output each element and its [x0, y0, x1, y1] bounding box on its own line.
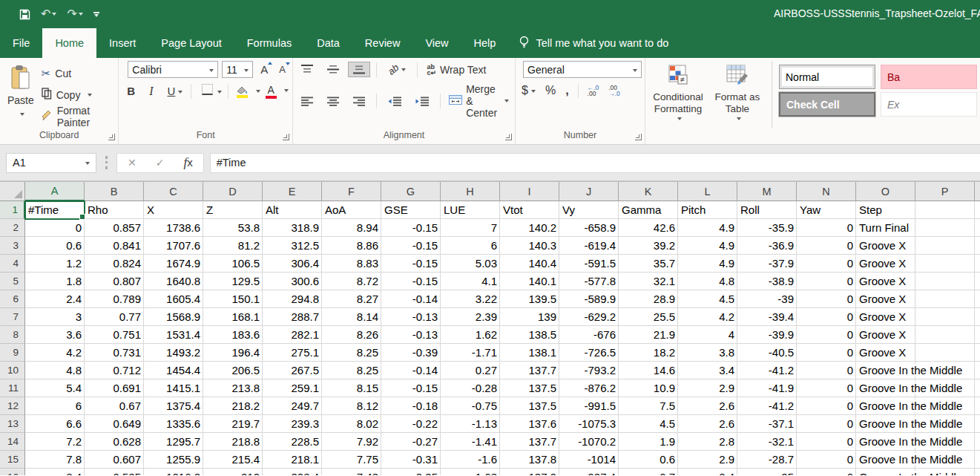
column-header-E[interactable]: E [263, 182, 322, 201]
cell-J15[interactable]: -1014 [559, 451, 619, 469]
cell-D13[interactable]: 219.7 [203, 415, 263, 433]
cell-N11[interactable]: 0 [797, 379, 856, 397]
cell-L7[interactable]: 4.2 [678, 308, 737, 326]
cell-K9[interactable]: 18.2 [619, 344, 678, 362]
cell-E9[interactable]: 275.1 [263, 344, 322, 362]
cell-K11[interactable]: 10.9 [619, 379, 678, 397]
row-header-16[interactable]: 16 [0, 469, 25, 475]
cell-M11[interactable]: -41.9 [737, 379, 797, 397]
cell-P6[interactable] [915, 290, 975, 308]
clipboard-dialog-launcher-icon[interactable] [108, 134, 115, 140]
cell-J9[interactable]: -726.5 [559, 344, 619, 362]
cell-L11[interactable]: 2.9 [678, 379, 737, 397]
cell-P1[interactable] [915, 201, 975, 219]
cell-N7[interactable]: 0 [797, 308, 856, 326]
cell-H3[interactable]: 6 [441, 237, 500, 255]
cell-C16[interactable]: 1216.2 [144, 469, 203, 475]
cell-D3[interactable]: 81.2 [203, 237, 263, 255]
cell-F16[interactable]: 7.43 [322, 469, 381, 475]
column-header-A[interactable]: A [25, 182, 85, 201]
cell-O3[interactable]: Groove X [856, 237, 915, 255]
cell-style-normal[interactable]: Normal [779, 65, 875, 89]
cell-P5[interactable] [915, 273, 975, 290]
middle-align-icon[interactable] [322, 62, 344, 77]
cell-J4[interactable]: -591.5 [559, 255, 619, 273]
orientation-icon[interactable]: ab [383, 61, 411, 78]
cell-H5[interactable]: 4.1 [441, 273, 500, 290]
cell-E7[interactable]: 288.7 [263, 308, 322, 326]
cell-A5[interactable]: 1.8 [25, 273, 85, 290]
cell-N13[interactable]: 0 [797, 415, 856, 433]
column-header-L[interactable]: L [678, 182, 737, 201]
cell-J5[interactable]: -577.8 [559, 273, 619, 290]
number-format-select[interactable]: General [523, 61, 642, 78]
cell-K12[interactable]: 7.5 [619, 397, 678, 415]
cell-B2[interactable]: 0.857 [85, 219, 144, 237]
tab-page-layout[interactable]: Page Layout [148, 28, 234, 58]
cell-F3[interactable]: 8.86 [322, 237, 381, 255]
cell-I2[interactable]: 140.2 [500, 219, 559, 237]
cell-H14[interactable]: -1.41 [441, 433, 500, 451]
cell-D8[interactable]: 183.6 [203, 326, 263, 344]
cell-H7[interactable]: 2.39 [441, 308, 500, 326]
cell-J7[interactable]: -629.2 [559, 308, 619, 326]
accounting-format-icon[interactable]: $ [519, 84, 539, 97]
cell-E5[interactable]: 300.6 [263, 273, 322, 290]
cell-N2[interactable]: 0 [797, 219, 856, 237]
cell-C13[interactable]: 1335.6 [144, 415, 203, 433]
cell-P2[interactable] [915, 219, 975, 237]
redo-icon[interactable]: ↷ [67, 8, 82, 20]
cell-J2[interactable]: -658.9 [559, 219, 619, 237]
cell-N1[interactable]: Yaw [797, 201, 856, 219]
cell-F12[interactable]: 8.12 [322, 397, 381, 415]
increase-indent-icon[interactable] [410, 94, 434, 109]
tab-view[interactable]: View [412, 28, 461, 58]
cell-H16[interactable]: -1.68 [441, 469, 500, 475]
row-header-14[interactable]: 14 [0, 433, 25, 451]
fill-color-icon[interactable] [234, 84, 260, 98]
cell-O8[interactable]: Groove X [856, 326, 915, 344]
tab-file[interactable]: File [0, 28, 42, 58]
cell-J6[interactable]: -589.9 [559, 290, 619, 308]
cell-L3[interactable]: 4.9 [678, 237, 737, 255]
cell-H9[interactable]: -1.71 [441, 344, 500, 362]
insert-function-icon[interactable]: fx [183, 155, 192, 170]
cell-A11[interactable]: 5.4 [25, 379, 85, 397]
cell-J16[interactable]: -937.4 [559, 469, 619, 475]
cell-D6[interactable]: 150.1 [203, 290, 263, 308]
column-header-F[interactable]: F [322, 182, 381, 201]
cell-style-check-cell[interactable]: Check Cell [779, 92, 875, 117]
cell-I15[interactable]: 137.8 [500, 451, 559, 469]
cell-D5[interactable]: 129.5 [203, 273, 263, 290]
cell-N16[interactable]: 0 [797, 469, 856, 475]
cell-L13[interactable]: 2.6 [678, 415, 737, 433]
cell-C15[interactable]: 1255.9 [144, 451, 203, 469]
cell-O5[interactable]: Groove X [856, 273, 915, 290]
cell-F15[interactable]: 7.75 [322, 451, 381, 469]
cell-F6[interactable]: 8.27 [322, 290, 381, 308]
align-center-icon[interactable] [322, 94, 344, 109]
tab-help[interactable]: Help [461, 28, 509, 58]
cell-B16[interactable]: 0.585 [85, 469, 144, 475]
cell-F2[interactable]: 8.94 [322, 219, 381, 237]
cell-M1[interactable]: Roll [737, 201, 797, 219]
cell-D1[interactable]: Z [203, 201, 263, 219]
cell-E15[interactable]: 218.1 [263, 451, 322, 469]
cell-P3[interactable] [915, 237, 975, 255]
cell-O1[interactable]: Step [856, 201, 915, 219]
formula-bar-grip[interactable] [105, 156, 108, 169]
cell-G9[interactable]: -0.39 [381, 344, 441, 362]
cell-O15[interactable]: Groove In the Middle [856, 451, 915, 469]
cell-K1[interactable]: Gamma [619, 201, 678, 219]
cell-D11[interactable]: 213.8 [203, 379, 263, 397]
cell-M12[interactable]: -41.2 [737, 397, 797, 415]
cell-K16[interactable]: 0.7 [619, 469, 678, 475]
cell-B8[interactable]: 0.751 [85, 326, 144, 344]
cell-O4[interactable]: Groove X [856, 255, 915, 273]
tab-formulas[interactable]: Formulas [234, 28, 304, 58]
cell-P7[interactable] [915, 308, 975, 326]
cell-O13[interactable]: Groove In the Middle [856, 415, 915, 433]
cell-I11[interactable]: 137.5 [500, 379, 559, 397]
cell-I16[interactable]: 137.9 [500, 469, 559, 475]
number-dialog-launcher-icon[interactable] [635, 134, 642, 140]
